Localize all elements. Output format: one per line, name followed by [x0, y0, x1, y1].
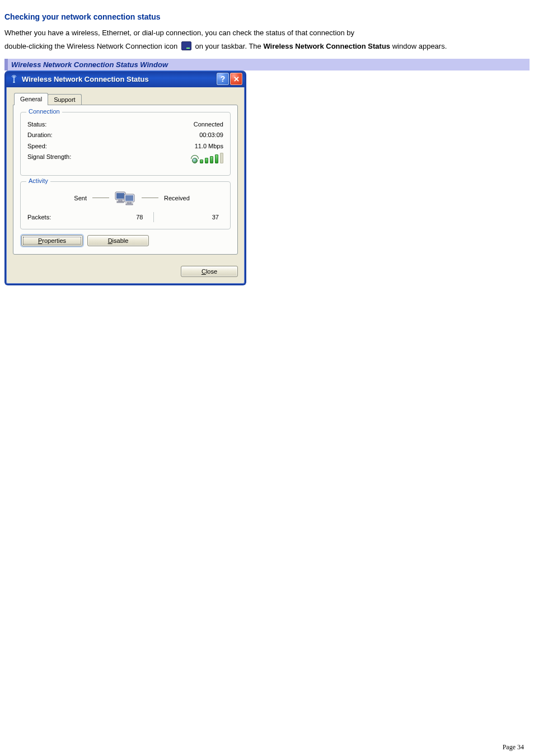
activity-monitors-icon — [115, 190, 136, 206]
signal-label: Signal Strength: — [27, 153, 71, 166]
dash-left — [92, 198, 109, 198]
sent-label: Sent — [48, 195, 87, 201]
status-window: Wireless Network Connection Status ? ✕ G… — [4, 71, 246, 285]
disable-rest: isable — [113, 237, 129, 244]
section-heading: Checking your network connection status — [4, 12, 530, 21]
group-connection: Connection Status: Connected Duration: 0… — [20, 112, 231, 176]
properties-button[interactable]: Properties — [21, 235, 83, 246]
dash-right — [142, 198, 158, 198]
intro-line-1: Whether you have a wireless, Ethernet, o… — [4, 28, 530, 38]
packets-received: 37 — [154, 214, 224, 220]
intro-text-c: window appears. — [392, 42, 447, 50]
group-activity-legend: Activity — [26, 177, 50, 184]
speed-label: Speed: — [27, 142, 47, 151]
row-signal: Signal Strength: — [27, 153, 223, 166]
received-label: Received — [164, 195, 203, 201]
group-activity: Activity Sent — [20, 181, 231, 229]
svg-rect-8 — [126, 204, 133, 205]
intro-line-2: double-clicking the Wireless Network Con… — [4, 41, 530, 51]
help-button[interactable]: ? — [217, 73, 229, 85]
close-button[interactable]: Close — [181, 266, 238, 277]
tab-panel-general: Connection Status: Connected Duration: 0… — [13, 105, 238, 255]
disable-accel: D — [108, 237, 113, 244]
duration-label: Duration: — [27, 131, 53, 139]
disable-button[interactable]: Disable — [87, 235, 149, 246]
intro-bold-name: Wireless Network Connection Status — [263, 42, 390, 50]
duration-value: 00:03:09 — [199, 131, 223, 139]
packets-row: Packets: 78 37 — [27, 212, 223, 222]
page-number: Page 34 — [503, 743, 524, 752]
signal-value — [192, 153, 223, 166]
packets-label: Packets: — [27, 214, 78, 220]
figure-caption: Wireless Network Connection Status Windo… — [4, 59, 530, 71]
intro-text-a: double-clicking the Wireless Network Con… — [4, 42, 180, 50]
titlebar: Wireless Network Connection Status ? ✕ — [6, 71, 245, 87]
close-row: Close — [6, 260, 245, 284]
signal-strength-icon — [192, 153, 223, 163]
window-close-button[interactable]: ✕ — [230, 73, 242, 85]
speed-value: 11.0 Mbps — [195, 142, 223, 151]
close-accel: C — [202, 268, 206, 275]
action-buttons: Properties Disable — [21, 235, 231, 246]
wireless-antenna-icon — [10, 74, 18, 83]
svg-rect-4 — [117, 201, 124, 203]
client-area: General Support Connection Status: Conne… — [6, 87, 245, 260]
wireless-taskbar-icon — [181, 41, 191, 50]
packets-sent: 78 — [78, 214, 153, 220]
group-connection-legend: Connection — [26, 108, 62, 115]
row-duration: Duration: 00:03:09 — [27, 131, 223, 139]
intro-text-b: on your taskbar. The — [195, 42, 264, 50]
svg-rect-0 — [13, 82, 15, 83]
properties-rest: roperties — [42, 237, 66, 244]
status-label: Status: — [27, 120, 46, 129]
row-speed: Speed: 11.0 Mbps — [27, 142, 223, 151]
tab-support[interactable]: Support — [48, 94, 82, 105]
close-rest: lose — [206, 268, 217, 275]
tab-strip: General Support — [14, 93, 238, 105]
status-value: Connected — [194, 120, 223, 129]
activity-header: Sent — [27, 190, 223, 206]
row-status: Status: Connected — [27, 120, 223, 129]
svg-rect-2 — [116, 193, 124, 199]
svg-rect-6 — [125, 195, 133, 201]
tab-general[interactable]: General — [14, 93, 48, 105]
window-title: Wireless Network Connection Status — [22, 75, 217, 83]
